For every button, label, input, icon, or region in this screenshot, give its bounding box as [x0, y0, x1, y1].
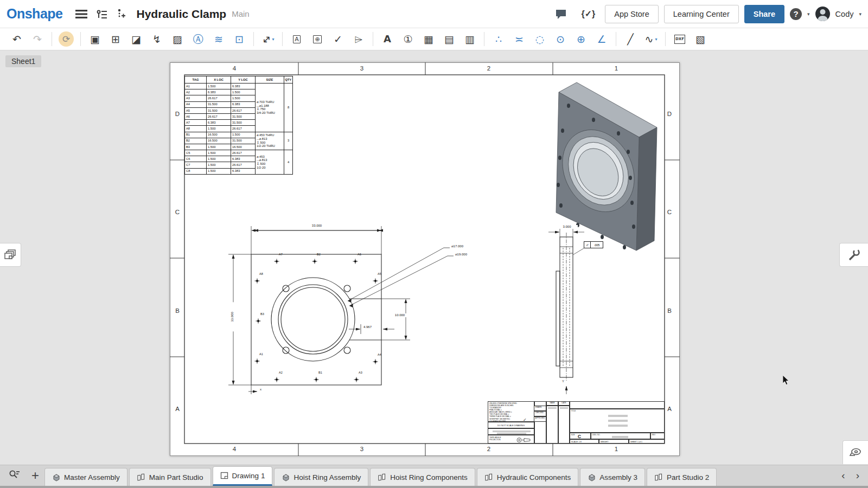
follow-mode-icon[interactable] — [112, 7, 130, 22]
weld-symbol-icon[interactable]: ⌲ — [349, 30, 368, 48]
hole-tag-label: A2 — [279, 371, 283, 375]
zone-label: D — [664, 111, 675, 117]
document-tab-hoist-ring-assembly[interactable]: Hoist Ring Assembly — [274, 468, 368, 486]
sheet-tab[interactable]: Sheet1 — [5, 55, 41, 67]
detail-view-icon[interactable]: Ⓐ — [189, 30, 207, 48]
tabs-scroll-left[interactable]: ‹ — [836, 468, 850, 483]
dim-height-label[interactable]: 33.000 — [231, 302, 234, 331]
insert-image-icon[interactable]: ▧ — [691, 30, 710, 48]
drawing-canvas[interactable]: Sheet1 — [0, 50, 868, 465]
hole-marker-A3[interactable] — [354, 375, 359, 380]
surface-finish-icon[interactable]: ✓ — [329, 30, 347, 48]
crop-view-icon[interactable]: ⊡ — [230, 30, 248, 48]
front-view[interactable] — [251, 254, 381, 385]
dia-outer-label[interactable]: ⌀19.000 — [455, 253, 468, 256]
note-icon[interactable]: A — [288, 30, 306, 48]
dimension-icon[interactable]: ↔▾ — [259, 30, 277, 48]
export-dxf-icon[interactable]: DXF — [671, 30, 689, 48]
document-tab-assembly-3[interactable]: Assembly 3 — [580, 468, 645, 486]
callout-icon[interactable]: ① — [399, 30, 417, 48]
app-store-button[interactable]: App Store — [605, 5, 659, 23]
center-mark-circle-icon[interactable]: ⊙ — [551, 30, 570, 48]
auxiliary-view-icon[interactable]: ◪ — [127, 30, 145, 48]
projected-view-icon[interactable]: ⊞ — [106, 30, 125, 48]
spline-icon[interactable]: ∿▾ — [642, 30, 660, 48]
tab-search-icon[interactable] — [3, 468, 26, 483]
center-mark-icon[interactable]: ⊕ — [572, 30, 590, 48]
hole-marker-A2[interactable] — [274, 375, 279, 380]
dim-width-label[interactable]: 33.000 — [300, 224, 334, 228]
title-block[interactable]: UNLESS OTHERWISE SPECIFIED:DIMENSIONS AR… — [488, 401, 665, 444]
hole-marker-B3[interactable] — [256, 316, 261, 322]
tools-panel-toggle[interactable] — [839, 243, 868, 267]
avatar[interactable] — [815, 7, 830, 21]
hole-marker-B1[interactable] — [314, 375, 319, 380]
onshape-logo[interactable]: Onshape — [7, 6, 62, 22]
drawing-sheet[interactable]: TAGX LOCY LOCSIZEQTYA11.5006.383⌀.703 TH… — [170, 62, 680, 456]
document-tab-main-part-studio[interactable]: Main Part Studio — [129, 468, 211, 486]
app-header: Onshape Hydraulic Clamp Main {✓} App Sto… — [0, 0, 868, 28]
hamburger-menu-icon[interactable] — [71, 7, 92, 21]
circular-center-mark-icon[interactable]: ◌ — [531, 30, 549, 48]
text-icon[interactable]: A — [378, 30, 397, 48]
side-view[interactable] — [556, 237, 573, 377]
undo-icon[interactable]: ↶ — [8, 30, 26, 48]
part-studio-icon — [378, 473, 386, 481]
document-tab-drawing-1[interactable]: Drawing 1 — [213, 466, 273, 486]
user-menu[interactable]: Cody — [835, 10, 854, 18]
tab-label: Main Part Studio — [149, 473, 203, 481]
hole-marker-A7[interactable] — [274, 256, 279, 262]
assembly-icon — [282, 473, 290, 481]
centerline-points-icon[interactable]: ∴ — [489, 30, 508, 48]
dia-inner-label[interactable]: ⌀17.000 — [451, 245, 464, 248]
document-tab-master-assembly[interactable]: Master Assembly — [44, 468, 127, 486]
hole-table[interactable]: TAGX LOCY LOCSIZEQTYA11.5006.383⌀.703 TH… — [184, 76, 293, 175]
tangent-line-icon[interactable]: ∠ — [592, 30, 611, 48]
insert-view-icon[interactable]: ▣ — [86, 30, 104, 48]
update-icon[interactable]: ⟳ — [57, 30, 75, 48]
hole-marker-A4[interactable] — [373, 357, 378, 362]
dim-notch-h-label[interactable]: 4.967 — [363, 325, 372, 329]
user-caret-icon[interactable]: ▾ — [859, 11, 861, 17]
hole-marker-A1[interactable] — [254, 356, 260, 362]
workspace-name[interactable]: Main — [232, 9, 250, 18]
bom-table-icon[interactable]: ▤ — [440, 30, 458, 48]
add-tab-button[interactable]: + — [26, 470, 44, 481]
mouse-cursor — [783, 375, 790, 386]
break-view-icon[interactable]: ≋ — [209, 30, 228, 48]
part-studio-icon — [484, 473, 493, 481]
hole-marker-A6[interactable] — [353, 256, 358, 262]
section-view-icon[interactable]: ▨ — [168, 30, 187, 48]
hole-marker-B2[interactable] — [312, 256, 317, 262]
gdt-frame-icon[interactable]: ⊕ — [308, 30, 327, 48]
dim-thickness-label[interactable]: 3.000 — [556, 225, 578, 229]
redo-icon[interactable]: ↷ — [28, 30, 47, 48]
learning-center-button[interactable]: Learning Center — [664, 5, 739, 23]
featurescript-icon[interactable]: {✓} — [577, 7, 599, 21]
comment-icon[interactable] — [551, 7, 571, 22]
document-tab-hydraulic-components[interactable]: Hydraulic Components — [477, 468, 579, 486]
document-tab-part-studio-2[interactable]: Part Studio 2 — [647, 468, 717, 486]
help-caret-icon[interactable]: ▾ — [807, 11, 810, 17]
table-icon[interactable]: ▦ — [419, 30, 438, 48]
share-button[interactable]: Share — [744, 5, 784, 23]
gdt-parallelism-callout[interactable]: // .005 — [584, 241, 603, 248]
hole-size-spec: ⌀.453 THRU⌴⌀.813↧.5001/2-20 THRU — [256, 132, 284, 150]
measure-panel-toggle[interactable] — [843, 440, 868, 464]
tabs-scroll-right[interactable]: › — [851, 468, 865, 483]
sheets-panel-toggle[interactable] — [0, 243, 21, 267]
dim-notch-v-label[interactable]: 10.000 — [386, 313, 413, 317]
line-icon[interactable]: ╱ — [621, 30, 640, 48]
gdt-symbol: // — [584, 242, 591, 248]
section-line-icon[interactable]: ↯ — [148, 30, 166, 48]
help-icon[interactable]: ? — [790, 8, 802, 20]
dropdown-caret-icon[interactable]: ▾ — [655, 37, 657, 42]
front-axis-label: x — [259, 388, 262, 391]
document-tab-hoist-ring-components[interactable]: Hoist Ring Components — [370, 468, 475, 486]
centerline-icon[interactable]: ≍ — [510, 30, 528, 48]
titleblock-row-label: DRAWN — [534, 406, 546, 411]
hole-marker-A8[interactable] — [254, 276, 260, 281]
hole-marker-A5[interactable] — [373, 276, 378, 281]
hole-table-icon[interactable]: ▥ — [461, 30, 479, 48]
version-tree-icon[interactable] — [92, 7, 112, 21]
